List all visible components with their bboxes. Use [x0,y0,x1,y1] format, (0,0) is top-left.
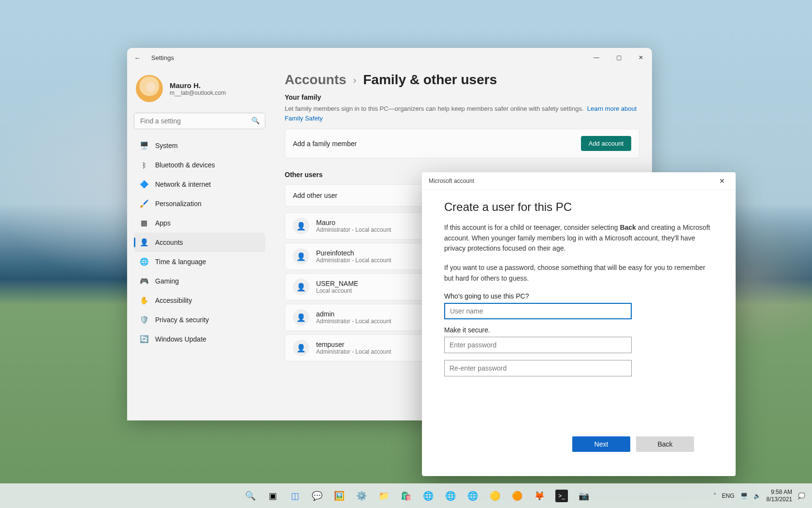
breadcrumb-root[interactable]: Accounts [285,72,347,88]
titlebar: ← Settings — ▢ ✕ [127,48,652,67]
taskbar: 🔍 ▣ ◫ 💬 🖼️ ⚙️ 📁 🛍️ 🌐 🌐 🌐 🟡 🟠 🦊 >_ 📷 ˄ EN… [0,483,812,508]
user-row-role: Local account [316,287,358,294]
username-input[interactable] [444,303,632,319]
close-button[interactable]: ✕ [630,48,652,67]
sidebar-item-label: Bluetooth & devices [155,161,215,169]
nav-icon: 🔷 [140,180,148,189]
search-icon: 🔍 [251,117,260,124]
sidebar-item-apps[interactable]: ▦Apps [134,213,265,233]
nav-icon: ▦ [140,219,148,227]
user-row-role: Administrator - Local account [316,318,391,325]
terminal-icon[interactable]: >_ [552,486,571,506]
sidebar-item-accounts[interactable]: 👤Accounts [134,233,265,252]
chevron-right-icon: › [353,75,357,86]
file-explorer-icon[interactable]: 📁 [374,486,393,506]
user-row-role: Administrator - Local account [316,257,391,264]
person-icon: 👤 [293,309,309,326]
chrome-icon[interactable]: 🟡 [485,486,505,506]
add-account-button[interactable]: Add account [581,136,631,151]
back-dialog-button[interactable]: Back [636,436,694,452]
tray-language[interactable]: ENG [722,493,735,499]
dialog-paragraph-2: If you want to use a password, choose so… [444,263,713,284]
nav-icon: 🖥️ [140,141,148,150]
dialog-close-button[interactable]: ✕ [715,175,729,187]
search-input[interactable] [134,113,265,129]
nav-icon: 🖌️ [140,199,148,208]
user-row-name: admin [316,310,391,318]
sidebar-item-accessibility[interactable]: ✋Accessibility [134,291,265,310]
task-view-icon[interactable]: ▣ [263,486,282,506]
nav-icon: ✋ [140,296,148,305]
edge-beta-icon[interactable]: 🌐 [441,486,460,506]
person-icon: 👤 [293,218,309,234]
nav-list: 🖥️SystemᛒBluetooth & devices🔷Network & i… [134,136,265,349]
nav-icon: 🛡️ [140,315,148,324]
create-user-dialog: Microsoft account ✕ Create a user for th… [422,172,736,476]
sidebar-item-label: Time & language [155,258,206,266]
nav-icon: 🔄 [140,335,148,344]
system-tray: ˄ ENG 🖥️ 🔉 9:58 AM 8/13/2021 💭 [713,489,812,503]
photos-icon[interactable]: 🖼️ [330,486,349,506]
camera-icon[interactable]: 📷 [574,486,594,506]
sidebar-item-label: Personalization [155,200,202,208]
store-icon[interactable]: 🛍️ [396,486,416,506]
search-box[interactable]: 🔍 [134,113,265,129]
secure-label: Make it secure. [444,326,713,334]
sidebar-item-time-language[interactable]: 🌐Time & language [134,252,265,271]
sidebar-item-windows-update[interactable]: 🔄Windows Update [134,329,265,349]
breadcrumb: Accounts › Family & other users [285,72,639,88]
user-row-name: Mauro [316,219,391,226]
next-button[interactable]: Next [572,436,630,452]
sidebar-item-label: Network & internet [155,180,211,188]
widgets-icon[interactable]: ◫ [285,486,304,506]
minimize-button[interactable]: — [585,48,608,67]
sidebar-item-system[interactable]: 🖥️System [134,136,265,155]
sidebar-item-bluetooth-devices[interactable]: ᛒBluetooth & devices [134,155,265,175]
tray-time: 9:58 AM [771,489,792,496]
tray-volume-icon[interactable]: 🔉 [754,493,761,499]
start-button[interactable] [218,486,238,506]
user-row-name: USER_NAME [316,280,358,287]
nav-icon: 🌐 [140,257,148,266]
person-icon: 👤 [293,340,309,356]
sidebar-item-label: Privacy & security [155,316,209,324]
dialog-title: Microsoft account [429,178,474,184]
nav-icon: 🎮 [140,277,148,285]
dialog-heading: Create a user for this PC [444,200,713,214]
your-family-description: Let family members sign in to this PC—or… [285,104,639,123]
user-display-name: Mauro H. [170,81,226,90]
tray-network-icon[interactable]: 🖥️ [740,493,748,499]
tray-date: 8/13/2021 [767,496,792,503]
canary-icon[interactable]: 🟠 [508,486,527,506]
edge-icon[interactable]: 🌐 [419,486,438,506]
your-family-heading: Your family [285,93,639,101]
sidebar-item-gaming[interactable]: 🎮Gaming [134,271,265,291]
firefox-icon[interactable]: 🦊 [530,486,549,506]
taskbar-center: 🔍 ▣ ◫ 💬 🖼️ ⚙️ 📁 🛍️ 🌐 🌐 🌐 🟡 🟠 🦊 >_ 📷 [218,486,594,506]
sidebar-item-label: System [155,142,178,149]
sidebar-item-label: Apps [155,219,171,227]
back-button[interactable]: ← [134,54,148,62]
tray-notifications-icon[interactable]: 💭 [798,493,805,499]
password-input[interactable] [444,337,632,353]
sidebar-item-network-internet[interactable]: 🔷Network & internet [134,175,265,194]
sidebar-item-label: Accessibility [155,297,192,304]
tray-chevron-icon[interactable]: ˄ [713,493,716,499]
sidebar-item-label: Gaming [155,277,179,285]
tray-clock[interactable]: 9:58 AM 8/13/2021 [767,489,792,503]
nav-icon: ᛒ [140,161,148,169]
taskbar-search-icon[interactable]: 🔍 [241,486,260,506]
sidebar-item-privacy-security[interactable]: 🛡️Privacy & security [134,310,265,329]
add-other-user-label: Add other user [293,192,337,199]
chat-icon[interactable]: 💬 [307,486,327,506]
user-row-role: Administrator - Local account [316,348,391,355]
maximize-button[interactable]: ▢ [608,48,630,67]
user-email: m__lab@outlook.com [170,90,226,96]
settings-taskbar-icon[interactable]: ⚙️ [352,486,371,506]
dialog-titlebar: Microsoft account ✕ [422,172,736,190]
password-confirm-input[interactable] [444,360,632,376]
user-block[interactable]: Mauro H. m__lab@outlook.com [134,72,265,110]
edge-dev-icon[interactable]: 🌐 [463,486,482,506]
username-label: Who's going to use this PC? [444,292,713,300]
sidebar-item-personalization[interactable]: 🖌️Personalization [134,194,265,213]
